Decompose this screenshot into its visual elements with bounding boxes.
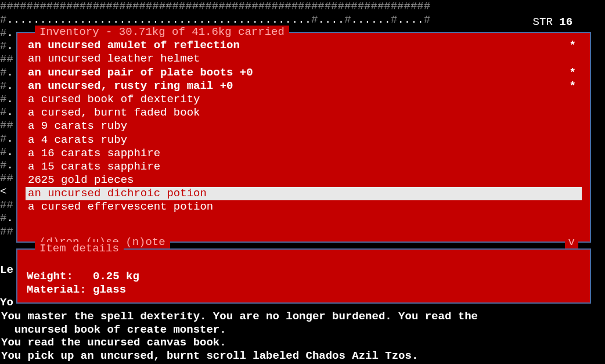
inventory-item[interactable]: a cursed effervescent potion — [26, 200, 582, 214]
detail-weight-value: 0.25 kg — [93, 270, 139, 283]
inventory-item-text: an uncursed leather helmet — [28, 52, 200, 66]
inventory-item-text: an uncursed dichroic potion — [28, 187, 207, 200]
inventory-item[interactable]: a 16 carats sapphire — [26, 147, 582, 160]
inventory-item[interactable]: a 15 carats sapphire — [26, 160, 582, 174]
item-details-popup: Item details Weight: 0.25 kg Material: g… — [16, 248, 591, 304]
message-fragment: Yo — [0, 296, 13, 309]
equipped-mark: * — [570, 80, 579, 93]
inventory-item[interactable]: a 9 carats ruby — [26, 120, 582, 133]
inventory-title: Inventory - 30.71kg of 41.6kg carried — [35, 26, 289, 39]
game-screen: ########################################… — [0, 0, 605, 364]
inventory-item[interactable]: a cursed, burnt faded book — [26, 106, 582, 120]
inventory-item-text: a cursed, burnt faded book — [28, 106, 200, 120]
detail-weight-label: Weight: — [27, 270, 73, 283]
item-details-title: Item details — [35, 242, 124, 255]
inventory-item[interactable]: an uncursed, rusty ring mail +0* — [26, 80, 582, 93]
inventory-item-text: an uncursed, rusty ring mail +0 — [28, 80, 233, 93]
inventory-item-text: a cursed book of dexterity — [28, 93, 200, 106]
message-log: You master the spell dexterity. You are … — [0, 310, 605, 364]
level-label-fragment: Le — [0, 264, 13, 277]
inventory-item-text: a 15 carats sapphire — [28, 160, 160, 174]
inventory-item-text: a cursed effervescent potion — [28, 200, 213, 214]
inventory-item-text: a 4 carats ruby — [28, 134, 127, 147]
inventory-item[interactable]: an uncursed amulet of reflection* — [26, 39, 582, 52]
inventory-item-text: an uncursed pair of plate boots +0 — [28, 66, 253, 80]
equipped-mark: * — [570, 39, 579, 52]
message-line: You read the uncursed canvas book. — [1, 336, 604, 349]
inventory-item[interactable]: an uncursed leather helmet — [26, 52, 582, 66]
inventory-item[interactable]: a cursed book of dexterity — [26, 93, 582, 106]
message-line: You master the spell dexterity. You are … — [1, 310, 604, 323]
stat-str-label: STR — [533, 16, 553, 28]
inventory-item-text: a 16 carats sapphire — [28, 147, 160, 160]
message-line: uncursed book of create monster. — [1, 323, 604, 337]
inventory-item[interactable]: a 4 carats ruby — [26, 133, 582, 146]
inventory-popup[interactable]: Inventory - 30.71kg of 41.6kg carried an… — [16, 32, 591, 243]
inventory-list[interactable]: an uncursed amulet of reflection*an uncu… — [17, 33, 590, 214]
inventory-item[interactable]: an uncursed dichroic potion — [26, 187, 582, 200]
scroll-down-indicator[interactable]: v — [565, 236, 578, 249]
detail-material-label: Material: — [27, 283, 87, 296]
equipped-mark: * — [570, 66, 579, 80]
inventory-item-text: an uncursed amulet of reflection — [28, 39, 240, 52]
inventory-item[interactable]: 2625 gold pieces — [26, 174, 582, 187]
detail-material-value: glass — [93, 283, 126, 296]
inventory-item-text: 2625 gold pieces — [28, 174, 134, 187]
stat-str-value: 16 — [559, 16, 572, 28]
inventory-item[interactable]: an uncursed pair of plate boots +0* — [26, 66, 582, 79]
inventory-item-text: a 9 carats ruby — [28, 120, 127, 133]
message-line: You pick up an uncursed, burnt scroll la… — [1, 349, 604, 363]
